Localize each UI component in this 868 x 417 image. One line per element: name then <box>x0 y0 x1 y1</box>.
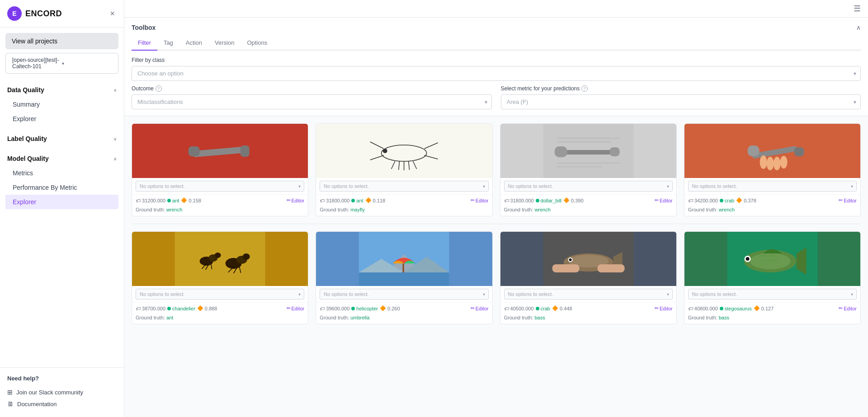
card-3: No options to select. 🏷 31800.000 dollar… <box>500 123 677 216</box>
view-all-projects-button[interactable]: View all projects <box>5 33 118 49</box>
close-button[interactable]: × <box>108 7 117 20</box>
tab-options[interactable]: Options <box>241 36 274 51</box>
card-1-meta: 🏷 31200.000 ant 🔶 0.158 ✏ Editor <box>132 195 308 206</box>
data-quality-header[interactable]: Data Quality ∧ <box>5 83 118 97</box>
card-3-score: 🔶 0.390 <box>563 197 584 203</box>
card-6-meta: 🏷 39600.000 helicopter 🔶 0.260 ✏ Editor <box>316 303 492 314</box>
card-7-editor-link[interactable]: ✏ Editor <box>655 305 673 311</box>
card-1-select[interactable]: No options to select. <box>136 181 304 192</box>
card-2-class: ant <box>351 198 363 203</box>
sidebar-bottom: Need help? ⊞ Join our Slack community 🗎 … <box>0 367 124 417</box>
tab-version[interactable]: Version <box>208 36 241 51</box>
outcome-help-icon[interactable]: ? <box>156 85 162 92</box>
outcome-select-wrapper: MisclassificationsCorrectAll <box>132 94 492 109</box>
outcome-row: Outcome ? MisclassificationsCorrectAll S… <box>132 85 861 116</box>
card-2-select[interactable]: No options to select. <box>320 181 488 192</box>
card-4-gt-value: wrench <box>719 207 735 212</box>
card-5-id: 🏷 38700.000 <box>136 306 165 311</box>
svg-point-31 <box>780 156 787 169</box>
card-7-class: crab <box>536 306 550 311</box>
card-8-meta: 🏷 40800.000 stegosaurus 🔶 0.127 ✏ Editor <box>684 303 860 314</box>
svg-rect-58 <box>597 264 624 272</box>
card-7-ground-truth: Ground truth: bass <box>500 314 676 324</box>
outcome-select[interactable]: MisclassificationsCorrectAll <box>132 94 492 109</box>
hamburger-icon[interactable]: ☰ <box>854 4 861 14</box>
data-quality-section: Data Quality ∧ Summary Explorer <box>0 79 124 128</box>
card-3-editor-link[interactable]: ✏ Editor <box>655 197 673 203</box>
label-quality-header[interactable]: Label Quality ∨ <box>5 131 118 146</box>
toolbox-collapse-button[interactable]: ∧ <box>856 24 861 31</box>
card-2-editor-link[interactable]: ✏ Editor <box>471 197 489 203</box>
card-8-select[interactable]: No options to select. <box>688 289 857 300</box>
card-6-editor-link[interactable]: ✏ Editor <box>471 305 489 311</box>
sidebar-item-performance-by-metric[interactable]: Performance By Metric <box>5 180 118 195</box>
sidebar-item-explorer-mq[interactable]: Explorer <box>5 195 118 209</box>
card-1-ground-truth: Ground truth: wrench <box>132 206 308 216</box>
card-4-id: 🏷 34200.000 <box>688 198 718 203</box>
data-quality-chevron: ∧ <box>113 88 117 93</box>
sidebar-item-metrics[interactable]: Metrics <box>5 166 118 180</box>
main-content: ☰ Toolbox ∧ Filter Tag Action Version Op… <box>124 0 868 417</box>
model-quality-title: Model Quality <box>7 155 49 162</box>
doc-icon: 🗎 <box>7 400 14 408</box>
card-8-id: 🏷 40800.000 <box>688 306 718 311</box>
tab-action[interactable]: Action <box>179 36 208 51</box>
card-3-class: dollar_bill <box>536 198 561 203</box>
card-2-score: 🔶 0.118 <box>365 197 386 203</box>
label-quality-section: Label Quality ∨ <box>0 128 124 148</box>
tab-filter[interactable]: Filter <box>132 36 157 51</box>
card-4-editor-link[interactable]: ✏ Editor <box>839 197 857 203</box>
svg-point-30 <box>773 157 780 170</box>
card-7-id: 🏷 40500.000 <box>504 306 534 311</box>
card-5-score: 🔶 0.888 <box>197 305 217 311</box>
card-1-editor-link[interactable]: ✏ Editor <box>287 197 305 203</box>
card-7-select[interactable]: No options to select. <box>504 289 673 300</box>
card-6: No options to select. 🏷 39600.000 helico… <box>316 231 492 324</box>
card-2: No options to select. 🏷 31800.000 ant 🔶 … <box>316 123 492 216</box>
card-3-select[interactable]: No options to select. <box>504 181 673 192</box>
filter-by-class-select[interactable]: Choose an option <box>132 66 861 81</box>
top-bar: ☰ <box>124 0 868 18</box>
card-1-class: ant <box>167 198 179 203</box>
card-2-image <box>316 124 492 178</box>
slack-help-item[interactable]: ⊞ Join our Slack community <box>7 386 117 398</box>
card-5-editor-link[interactable]: ✏ Editor <box>287 305 305 311</box>
sidebar-item-explorer-dq[interactable]: Explorer <box>5 112 118 126</box>
metric-help-icon[interactable]: ? <box>581 85 588 92</box>
svg-point-28 <box>760 155 767 169</box>
tab-tag[interactable]: Tag <box>157 36 179 51</box>
sidebar: E ENCORD × View all projects [open-sourc… <box>0 0 124 417</box>
card-8: No options to select. 🏷 40800.000 stegos… <box>684 231 861 324</box>
docs-help-item[interactable]: 🗎 Documentation <box>7 398 117 410</box>
card-5-classname: chandelier <box>172 306 195 311</box>
card-1-classname: ant <box>172 198 179 203</box>
svg-rect-27 <box>794 147 804 156</box>
card-1-gt-value: wrench <box>166 207 182 212</box>
metric-select[interactable]: Area (F)IoUConfidence <box>501 94 861 109</box>
filter-by-class-group: Filter by class Choose an option <box>132 57 861 81</box>
model-quality-header[interactable]: Model Quality ∧ <box>5 151 118 166</box>
project-selector[interactable]: [open-source][test]-Caltech-101 ▾ <box>5 53 118 74</box>
card-8-classname: stegosaurus <box>725 306 752 311</box>
card-5-select-row: No options to select. <box>132 286 308 303</box>
cards-row-2: No options to select. 🏷 38700.000 chande… <box>132 231 861 324</box>
chevron-down-icon: ▾ <box>62 61 112 66</box>
toolbox-tabs: Filter Tag Action Version Options <box>132 36 861 51</box>
card-5-select[interactable]: No options to select. <box>136 289 304 300</box>
card-2-id: 🏷 31800.000 <box>320 198 349 203</box>
card-1: No options to select. 🏷 31200.000 ant 🔶 … <box>132 123 308 216</box>
card-3-classname: dollar_bill <box>541 198 561 203</box>
card-6-select[interactable]: No options to select. <box>320 289 488 300</box>
card-8-editor-link[interactable]: ✏ Editor <box>839 305 857 311</box>
card-1-id: 🏷 31200.000 <box>136 198 165 203</box>
card-3-ground-truth: Ground truth: wrench <box>500 206 676 216</box>
svg-rect-2 <box>189 146 200 156</box>
outcome-group: Outcome ? MisclassificationsCorrectAll <box>132 85 492 109</box>
card-7-image <box>500 232 676 286</box>
card-5-meta: 🏷 38700.000 chandelier 🔶 0.888 ✏ Editor <box>132 303 308 314</box>
logo-text: ENCORD <box>25 9 62 19</box>
card-2-ground-truth: Ground truth: mayfly <box>316 206 492 216</box>
docs-label: Documentation <box>17 401 57 408</box>
card-4-select[interactable]: No options to select. <box>688 181 857 192</box>
sidebar-item-summary[interactable]: Summary <box>5 97 118 112</box>
